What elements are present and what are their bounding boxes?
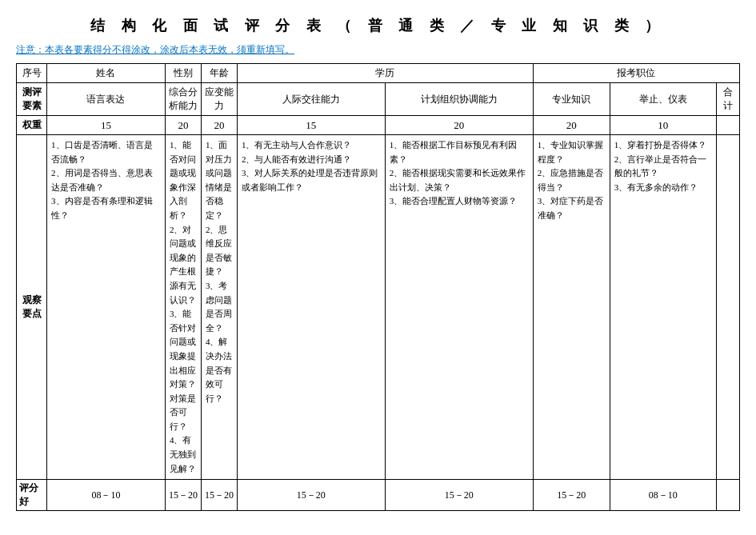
weights-row: 权重 15 20 20 15 20 20 10 — [17, 116, 740, 135]
ratings-row: 评分 好 08－10 15－20 15－20 15－20 15－20 15－20… — [17, 480, 740, 511]
position-label: 报考职位 — [533, 64, 739, 83]
weight-7: 10 — [610, 116, 716, 135]
weights-label: 权重 — [17, 116, 47, 135]
age-label: 年龄 — [201, 64, 237, 83]
notice: 注意：本表各要素得分不得涂改，涂改后本表无效，须重新填写。 — [16, 43, 740, 57]
obs-label: 观察要点 — [17, 135, 47, 480]
factors-row: 测评要素 语言表达 综合分析能力 应变能力 人际交往能力 计划组织协调能力 专业… — [17, 83, 740, 116]
weight-total — [716, 116, 739, 135]
factor-6: 专业知识 — [533, 83, 610, 116]
factor-3: 应变能力 — [201, 83, 237, 116]
rating-1: 08－10 — [47, 480, 166, 511]
rating-2: 15－20 — [165, 480, 201, 511]
rating-3: 15－20 — [201, 480, 237, 511]
weight-4: 15 — [237, 116, 385, 135]
weight-3: 20 — [201, 116, 237, 135]
obs-col4: 1、有无主动与人合作意识？ 2、与人能否有效进行沟通？ 3、对人际关系的处理是否… — [237, 135, 385, 480]
name-label: 姓名 — [47, 64, 166, 83]
factor-2: 综合分析能力 — [165, 83, 201, 116]
factor-7: 举止、仪表 — [610, 83, 716, 116]
seq-label: 序号 — [17, 64, 47, 83]
rating-4: 15－20 — [237, 480, 385, 511]
rating-7: 08－10 — [610, 480, 716, 511]
factor-4: 人际交往能力 — [237, 83, 385, 116]
obs-col3: 1、面对压力或问题情绪是否稳定？ 2、思维反应是否敏捷？ 3、考虑问题是否周全？… — [201, 135, 237, 480]
weight-5: 20 — [385, 116, 533, 135]
page-title: 结 构 化 面 试 评 分 表 （ 普 通 类 ／ 专 业 知 识 类 ） — [16, 16, 740, 35]
factor-1: 语言表达 — [47, 83, 166, 116]
weight-6: 20 — [533, 116, 610, 135]
weight-1: 15 — [47, 116, 166, 135]
rating-5: 15－20 — [385, 480, 533, 511]
factors-main-label: 测评要素 — [17, 83, 47, 116]
obs-col7: 1、穿着打扮是否得体？ 2、言行举止是否符合一般的礼节？ 3、有无多余的动作？ — [610, 135, 716, 480]
obs-col6: 1、专业知识掌握程度？ 2、应急措施是否得当？ 3、对症下药是否准确？ — [533, 135, 610, 480]
observations-row: 观察要点 1、口齿是否清晰、语言是否流畅？ 2、用词是否得当、意思表达是否准确？… — [17, 135, 740, 480]
obs-col2: 1、能否对问题或现象作深入剖析？ 2、对问题或现象的产生根源有无认识？ 3、能否… — [165, 135, 201, 480]
gender-label: 性别 — [165, 64, 201, 83]
factor-5: 计划组织协调能力 — [385, 83, 533, 116]
edu-label: 学历 — [237, 64, 533, 83]
rating-6: 15－20 — [533, 480, 610, 511]
info-header-row: 序号 姓名 性别 年龄 学历 报考职位 — [17, 64, 740, 83]
obs-col1: 1、口齿是否清晰、语言是否流畅？ 2、用词是否得当、意思表达是否准确？ 3、内容… — [47, 135, 166, 480]
factor-total: 合计 — [716, 83, 739, 116]
ratings-label: 评分 好 — [17, 480, 47, 511]
obs-col5: 1、能否根据工作目标预见有利因素？ 2、能否根据现实需要和长远效果作出计划、决策… — [385, 135, 533, 480]
weight-2: 20 — [165, 116, 201, 135]
obs-total — [716, 135, 739, 480]
rating-total — [716, 480, 739, 511]
